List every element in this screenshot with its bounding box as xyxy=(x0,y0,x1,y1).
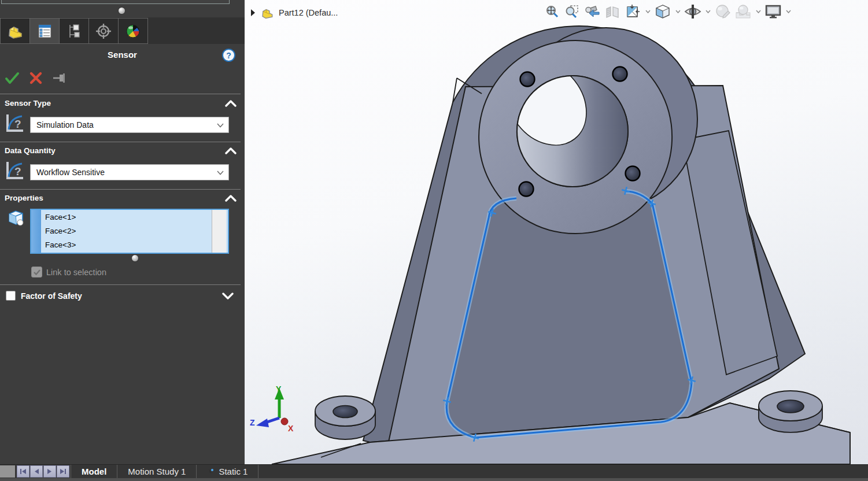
last-tab-button[interactable] xyxy=(57,465,69,478)
listbox-resize-grip[interactable] xyxy=(132,255,138,261)
chevron-up-icon[interactable] xyxy=(225,100,237,107)
part-tree-icon xyxy=(6,23,24,40)
divider xyxy=(0,142,241,142)
section-properties-header[interactable]: Properties xyxy=(5,194,43,202)
factor-of-safety-label: Factor of Safety xyxy=(21,291,217,301)
manager-tab-bar xyxy=(0,18,245,44)
property-manager-panel: Sensor ? Sensor Type ? Si xyxy=(0,0,245,464)
list-item[interactable]: Face<2> xyxy=(45,224,228,238)
divider xyxy=(0,284,241,285)
svg-text:?: ? xyxy=(14,118,21,130)
sensor-type-value: Simulation Data xyxy=(36,120,94,130)
svg-text:Y: Y xyxy=(276,384,282,394)
dimxpert-target-icon xyxy=(94,22,113,40)
first-tab-button[interactable] xyxy=(17,465,29,478)
list-item[interactable]: Face<1> xyxy=(45,210,228,224)
ok-check-icon[interactable] xyxy=(5,71,20,85)
link-to-selection-checkbox[interactable] xyxy=(31,267,42,278)
tab-dimxpertmanager[interactable] xyxy=(89,18,119,44)
tab-label: Static 1 xyxy=(219,467,248,476)
help-icon[interactable]: ? xyxy=(222,49,235,62)
chevron-up-icon[interactable] xyxy=(225,147,237,154)
face-selection-icon xyxy=(6,208,25,228)
list-item[interactable]: Face<3> xyxy=(45,238,228,251)
part-3d-model[interactable]: Y Z X xyxy=(245,0,868,464)
listbox-scroll-area[interactable] xyxy=(212,210,226,253)
check-icon xyxy=(34,269,40,275)
graphics-viewport[interactable]: Part12 (Defau... xyxy=(245,0,868,464)
panel-grip-bar[interactable] xyxy=(0,5,245,18)
tab-displaymanager[interactable] xyxy=(119,18,148,44)
property-actions xyxy=(5,69,143,87)
reference-triad: Y Z X xyxy=(250,384,294,433)
configuration-tree-icon xyxy=(65,23,83,40)
svg-text:?: ? xyxy=(14,165,21,177)
data-quantity-value: Workflow Sensitive xyxy=(36,168,105,177)
chevron-down-icon xyxy=(217,123,224,128)
tab-label: Motion Study 1 xyxy=(128,467,186,476)
pin-icon[interactable] xyxy=(52,72,68,84)
chevron-down-icon[interactable] xyxy=(222,293,234,299)
solidworks-window: Sensor ? Sensor Type ? Si xyxy=(0,0,868,481)
display-sphere-icon xyxy=(124,23,142,40)
next-tab-button[interactable] xyxy=(43,465,56,478)
tab-static-1[interactable]: Static 1 xyxy=(197,465,258,478)
tab-propertymanager[interactable] xyxy=(30,18,60,44)
link-to-selection-label: Link to selection xyxy=(46,268,106,277)
link-to-selection-row: Link to selection xyxy=(31,267,106,278)
chevron-up-icon[interactable] xyxy=(225,195,237,202)
selection-strip xyxy=(31,210,41,253)
tab-scroll-corner xyxy=(0,465,15,478)
data-quantity-dropdown[interactable]: Workflow Sensitive xyxy=(30,164,229,180)
tab-label: Model xyxy=(82,467,106,476)
section-sensor-type-header[interactable]: Sensor Type xyxy=(5,99,51,108)
cancel-x-icon[interactable] xyxy=(29,71,43,85)
divider xyxy=(0,94,241,94)
svg-text:X: X xyxy=(288,424,294,433)
previous-tab-button[interactable] xyxy=(30,465,43,478)
divider xyxy=(0,189,241,190)
chevron-down-icon xyxy=(217,171,224,175)
sensor-icon: ? xyxy=(3,160,25,182)
factor-of-safety-row: Factor of Safety xyxy=(6,291,237,301)
study-tabs: Model Motion Study 1 Static 1 xyxy=(71,465,258,478)
tab-configurationmanager[interactable] xyxy=(60,18,89,44)
sensor-type-dropdown[interactable]: Simulation Data xyxy=(30,117,229,133)
svg-text:Z: Z xyxy=(250,418,255,427)
tab-navigation-buttons xyxy=(17,465,69,478)
collapsed-command-strip xyxy=(1,0,230,4)
section-data-quantity-header[interactable]: Data Quantity xyxy=(5,146,56,155)
panel-title: Sensor xyxy=(0,50,245,60)
faces-listbox[interactable]: Face<1> Face<2> Face<3> xyxy=(30,209,229,254)
tab-model[interactable]: Model xyxy=(71,465,117,478)
grip-dot[interactable] xyxy=(119,8,125,14)
statusbar-strip xyxy=(0,478,868,481)
factor-of-safety-checkbox[interactable] xyxy=(6,291,16,301)
property-form-icon xyxy=(36,23,53,40)
tab-motion-study-1[interactable]: Motion Study 1 xyxy=(117,465,197,478)
simulation-study-icon xyxy=(207,468,215,476)
sensor-icon: ? xyxy=(3,112,25,134)
tab-featuremanager-design-tree[interactable] xyxy=(0,18,30,44)
